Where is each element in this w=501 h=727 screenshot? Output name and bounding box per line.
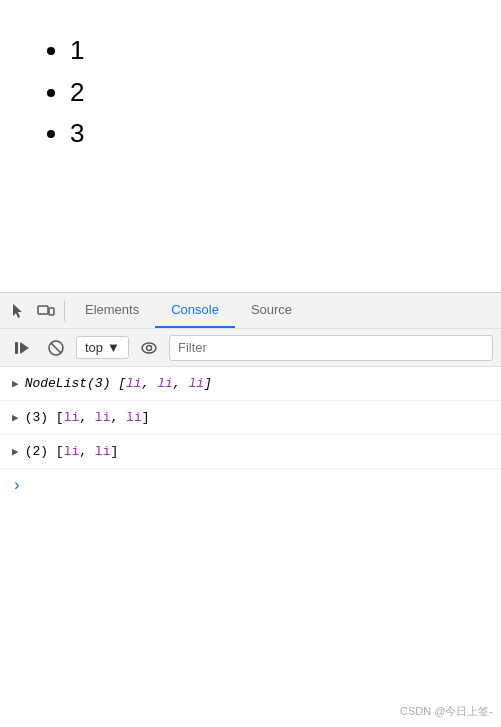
svg-line-5 — [51, 343, 61, 353]
list-item-2: 2 — [70, 72, 84, 114]
devtools-tabs: Elements Console Source — [0, 293, 501, 329]
svg-rect-2 — [15, 342, 18, 354]
live-expressions-icon[interactable] — [135, 334, 163, 362]
clear-console-icon[interactable] — [42, 334, 70, 362]
console-toolbar: top ▼ — [0, 329, 501, 367]
browser-content: 1 2 3 — [0, 0, 501, 295]
list-item-1: 1 — [70, 30, 84, 72]
tab-elements[interactable]: Elements — [69, 293, 155, 328]
svg-rect-0 — [38, 306, 48, 314]
tab-source[interactable]: Source — [235, 293, 308, 328]
console-filter-input[interactable] — [169, 335, 493, 361]
tab-divider — [64, 301, 65, 321]
console-line-1[interactable]: ▶ NodeList(3) [li, li, li] — [0, 367, 501, 401]
devtools-panel: Elements Console Source top ▼ — [0, 292, 501, 727]
expand-arrow-2[interactable]: ▶ — [12, 411, 19, 424]
console-line-2[interactable]: ▶ (3) [li, li, li] — [0, 401, 501, 435]
watermark: CSDN @今日上签- — [400, 704, 493, 719]
svg-marker-3 — [20, 342, 29, 354]
console-text-2: (3) [li, li, li] — [25, 410, 150, 425]
bullet-list: 1 2 3 — [40, 30, 84, 155]
list-item-3: 3 — [70, 113, 84, 155]
svg-rect-1 — [49, 308, 54, 315]
dropdown-arrow-icon: ▼ — [107, 340, 120, 355]
select-element-icon[interactable] — [4, 297, 32, 325]
tab-console[interactable]: Console — [155, 293, 235, 328]
top-label: top — [85, 340, 103, 355]
console-text-3: (2) [li, li] — [25, 444, 119, 459]
console-output: ▶ NodeList(3) [li, li, li] ▶ (3) [li, li… — [0, 367, 501, 727]
svg-point-6 — [142, 343, 156, 353]
console-prompt[interactable]: › — [0, 469, 501, 503]
context-dropdown[interactable]: top ▼ — [76, 336, 129, 359]
expand-arrow-3[interactable]: ▶ — [12, 445, 19, 458]
device-toggle-icon[interactable] — [32, 297, 60, 325]
console-line-3[interactable]: ▶ (2) [li, li] — [0, 435, 501, 469]
run-icon[interactable] — [8, 334, 36, 362]
svg-point-7 — [146, 345, 151, 350]
console-text-1: NodeList(3) [li, li, li] — [25, 376, 212, 391]
prompt-icon: › — [12, 477, 22, 495]
expand-arrow-1[interactable]: ▶ — [12, 377, 19, 390]
